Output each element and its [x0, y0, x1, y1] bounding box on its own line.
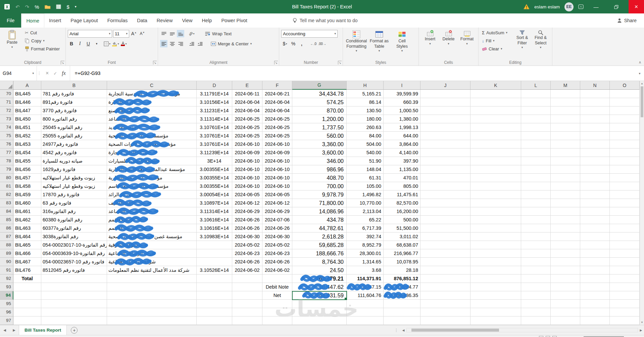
formula-input[interactable]: =+G92-G93 — [70, 66, 635, 81]
cell-G95[interactable] — [292, 300, 347, 308]
cell-A80[interactable]: BIL457 — [13, 174, 41, 182]
cell-I87[interactable]: 3,011.02 — [384, 233, 420, 241]
cell-N92[interactable] — [580, 275, 610, 283]
cell-H96[interactable] — [347, 308, 384, 317]
cell-K73[interactable] — [470, 115, 521, 123]
cell-G94[interactable]: 744,031.59 — [292, 291, 347, 300]
cell-J93[interactable] — [420, 283, 470, 291]
cell-B80[interactable]: زيوت وقطع غيار استهلاكيه — [41, 174, 107, 182]
cell-H81[interactable]: 105.00 — [347, 182, 384, 191]
cell-C76[interactable]: مؤسسة تمديد دبي لادوات الصحية — [107, 140, 197, 149]
autosum-button[interactable]: Σ AutoSum ▾ — [481, 29, 513, 36]
cell-A84[interactable]: BIL461 — [13, 207, 41, 216]
cell-M83[interactable] — [551, 199, 580, 207]
cell-I78[interactable]: 397.90 — [384, 157, 420, 165]
cell-B74[interactable]: رقم الفاتوره 25045 — [41, 123, 107, 132]
col-header-G[interactable]: G — [292, 81, 347, 90]
hscroll-left-icon[interactable]: ◀ — [400, 325, 406, 335]
cell-E74[interactable]: 2024-06-25 — [232, 123, 262, 132]
cell-L83[interactable] — [521, 199, 551, 207]
cell-F77[interactable]: 2024-06-09 — [262, 149, 292, 157]
col-header-A[interactable]: A — [13, 81, 41, 90]
col-header-M[interactable]: M — [551, 81, 580, 90]
cell-C84[interactable]: شركة المصاعد — [107, 207, 197, 216]
cell-D83[interactable]: 3.10897E+14 — [197, 199, 232, 207]
cell-J83[interactable] — [420, 199, 470, 207]
cell-J74[interactable] — [420, 123, 470, 132]
cell-O73[interactable] — [610, 115, 640, 123]
cell-F76[interactable]: 2024-06-10 — [262, 140, 292, 149]
cell-D96[interactable] — [197, 308, 232, 317]
cell-L93[interactable] — [521, 283, 551, 291]
cell-D95[interactable] — [197, 300, 232, 308]
cell-K71[interactable] — [470, 98, 521, 107]
cell-G76[interactable]: 3,360.00 — [292, 140, 347, 149]
col-header-J[interactable]: J — [420, 81, 470, 90]
cell-F73[interactable]: 2024-06-25 — [262, 115, 292, 123]
borders-button[interactable]: ▾ — [103, 40, 111, 47]
horizontal-scroll-thumb[interactable] — [411, 329, 499, 332]
cell-J89[interactable] — [420, 249, 470, 258]
cell-F96[interactable] — [262, 308, 292, 317]
cell-E88[interactable]: 2024-05-02 — [232, 241, 262, 249]
increase-decimal-button[interactable]: ←.0 — [310, 40, 317, 47]
cell-G72[interactable]: 870.00 — [292, 107, 347, 115]
cell-O77[interactable] — [610, 149, 640, 157]
row-header-83[interactable]: 83 — [0, 199, 13, 207]
col-header-H[interactable]: H — [347, 81, 384, 90]
cell-A75[interactable]: BIL452 — [13, 132, 41, 140]
cell-K70[interactable] — [470, 90, 521, 98]
cell-J72[interactable] — [420, 107, 470, 115]
cell-B78[interactable]: صيانه دوريه للسيارة — [41, 157, 107, 165]
cell-G89[interactable]: 188,666.76 — [292, 249, 347, 258]
cell-I91[interactable]: 28.18 — [384, 266, 420, 275]
find-select-button[interactable]: Find & Select ▾ — [532, 29, 550, 59]
cell-G73[interactable]: 1,200.00 — [292, 115, 347, 123]
cell-I95[interactable] — [384, 300, 420, 308]
cell-N88[interactable] — [580, 241, 610, 249]
cell-J76[interactable] — [420, 140, 470, 149]
clipboard-dialog-launcher[interactable]: ↘ — [61, 61, 64, 65]
tab-data[interactable]: Data — [132, 13, 152, 28]
name-box-resizer[interactable]: ⋮ — [37, 66, 42, 81]
cell-styles-button[interactable]: Cell Styles ▾ — [391, 29, 413, 59]
cell-E90[interactable]: 2024-06-26 — [232, 258, 262, 266]
cell-I77[interactable]: 4,140.00 — [384, 149, 420, 157]
cell-G90[interactable]: 8,764.30 — [292, 258, 347, 266]
cell-G86[interactable]: 44,782.61 — [292, 224, 347, 233]
cell-M73[interactable] — [551, 115, 580, 123]
cell-M72[interactable] — [551, 107, 580, 115]
cell-L74[interactable] — [521, 123, 551, 132]
cell-M75[interactable] — [551, 132, 580, 140]
cell-C79[interactable]: مؤسسة عبدالمجيد سعد قاسم التجارية — [107, 165, 197, 174]
decrease-indent-button[interactable] — [188, 40, 195, 47]
cell-A74[interactable]: BIL451 — [13, 123, 41, 132]
cell-K94[interactable] — [470, 291, 521, 300]
cell-C92[interactable] — [107, 275, 197, 283]
cell-O82[interactable] — [610, 191, 640, 199]
cell-E71[interactable]: 2024-06-04 — [232, 98, 262, 107]
cell-G82[interactable]: 9,978.79 — [292, 191, 347, 199]
cell-C75[interactable]: مؤسسة تمديد للادوات الصحية — [107, 132, 197, 140]
cell-I72[interactable]: 1,000.50 — [384, 107, 420, 115]
cell-J97[interactable] — [420, 317, 470, 325]
tab-splitter-handle[interactable]: ⋮ — [392, 325, 400, 335]
cell-C96[interactable] — [107, 308, 197, 317]
cell-D70[interactable]: 3.11791E+14 — [197, 90, 232, 98]
cell-D92[interactable] — [197, 275, 232, 283]
cell-C82[interactable]: شركة الرائد — [107, 191, 197, 199]
cell-L96[interactable] — [521, 308, 551, 317]
scroll-down-icon[interactable]: ▼ — [640, 320, 644, 325]
cell-E82[interactable]: 2024-06-05 — [232, 191, 262, 199]
cell-J80[interactable] — [420, 174, 470, 182]
cell-J92[interactable] — [420, 275, 470, 283]
cell-C85[interactable]: شركة قمم — [107, 216, 197, 224]
cell-B77[interactable]: فاتوره رقم 4542 — [41, 149, 107, 157]
cell-C77[interactable]: شركة الراين للتجارة — [107, 149, 197, 157]
bold-button[interactable]: B — [68, 40, 75, 47]
cell-D75[interactable]: 3.10761E+14 — [197, 132, 232, 140]
cell-I92[interactable]: 876,851.12 — [384, 275, 420, 283]
cell-A91[interactable]: BIL476 — [13, 266, 41, 275]
cell-G83[interactable]: 71,800.00 — [292, 199, 347, 207]
middle-align-button[interactable] — [168, 30, 176, 37]
